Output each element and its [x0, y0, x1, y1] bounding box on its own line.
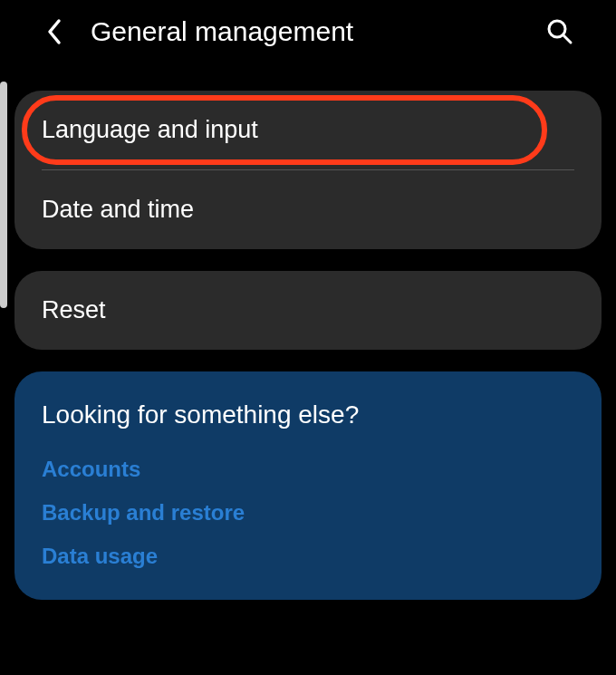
suggestion-link-data-usage[interactable]: Data usage	[42, 544, 574, 569]
settings-group-2: Reset	[14, 271, 602, 350]
header: General management	[0, 0, 616, 63]
row-label: Reset	[42, 296, 106, 323]
search-icon	[545, 17, 574, 46]
language-and-input-row[interactable]: Language and input	[14, 91, 602, 169]
row-label: Date and time	[42, 196, 194, 223]
settings-group-1: Language and input Date and time	[14, 91, 602, 249]
row-label: Language and input	[42, 116, 258, 143]
suggestions-card: Looking for something else? Accounts Bac…	[14, 371, 602, 600]
chevron-left-icon	[45, 18, 63, 45]
svg-line-1	[563, 35, 571, 43]
suggestions-title: Looking for something else?	[42, 400, 574, 429]
scroll-indicator[interactable]	[0, 82, 7, 308]
content: Language and input Date and time Reset L…	[0, 63, 616, 600]
suggestion-link-accounts[interactable]: Accounts	[42, 457, 574, 482]
search-button[interactable]	[540, 12, 580, 52]
reset-row[interactable]: Reset	[14, 271, 602, 350]
page-title: General management	[91, 16, 540, 47]
back-button[interactable]	[36, 14, 72, 50]
suggestion-link-backup-restore[interactable]: Backup and restore	[42, 500, 574, 526]
date-and-time-row[interactable]: Date and time	[14, 170, 602, 249]
